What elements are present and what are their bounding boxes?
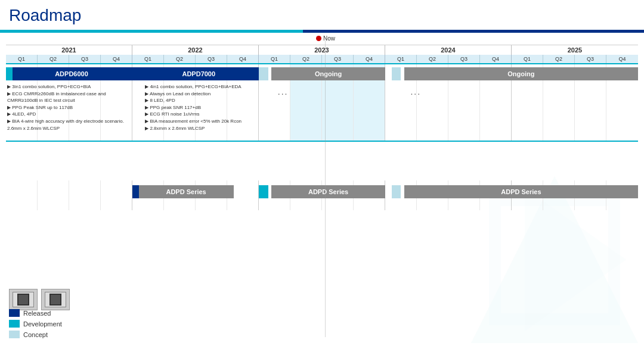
- ongoing-2023-bar: Ongoing: [271, 67, 385, 80]
- ongoing-2025-label: Ongoing: [507, 70, 534, 77]
- year-2022: 2022: [132, 45, 259, 55]
- legend-development: Development: [9, 320, 62, 328]
- legend-development-box: [9, 320, 20, 328]
- feature-item: ▶ 8 LED, 4PD: [145, 97, 271, 104]
- adpd-series2-label: ADPD Series: [308, 188, 348, 195]
- q-14: Q2: [417, 55, 448, 63]
- q-8: Q4: [227, 55, 259, 63]
- legend-development-label: Development: [23, 320, 62, 328]
- q-10: Q2: [290, 55, 322, 63]
- ongoing-2023-label: Ongoing: [315, 70, 342, 77]
- page-container: Roadmap Now 2021 2022 2023 2024 2025 Q1 …: [0, 0, 644, 349]
- dots-ongoing-2: ...: [410, 87, 421, 96]
- q-3: Q3: [69, 55, 101, 63]
- feature-item: ▶ 4LED, 4PD: [7, 111, 127, 118]
- adpd-series1-bar: ADPD Series: [139, 185, 234, 198]
- page-title: Roadmap: [9, 6, 635, 25]
- year-2023: 2023: [259, 45, 385, 55]
- adpd-series1-label: ADPD Series: [166, 188, 206, 195]
- adpd-series3-bar: ADPD Series: [404, 185, 638, 198]
- quarters-row: Q1 Q2 Q3 Q4 Q1 Q2 Q3 Q4 Q1 Q2 Q3 Q4 Q1 Q…: [6, 55, 638, 64]
- legend-concept-label: Concept: [23, 331, 48, 338]
- adpd6000-dev-indicator: [6, 67, 13, 80]
- q-7: Q3: [196, 55, 227, 63]
- legend-released-box: [9, 309, 20, 317]
- q-12: Q4: [354, 55, 385, 63]
- feature-item: ▶ PPG peak SNR 117+dB: [145, 104, 271, 111]
- now-label: Now: [323, 35, 335, 42]
- top-bar: [0, 30, 644, 33]
- year-2025: 2025: [512, 45, 638, 55]
- feature-item: ▶ BIA 4-wire high accuracy with dry elec…: [7, 118, 127, 132]
- years-row: 2021 2022 2023 2024 2025: [6, 45, 638, 55]
- q-11: Q3: [322, 55, 354, 63]
- chips-area: [9, 289, 70, 310]
- adpd7000-dev-indicator: [132, 67, 139, 80]
- feature-item: ▶ 3in1 combo solution, PPG+ECG+BIA: [7, 83, 127, 91]
- ongoing-2025-bar: Ongoing: [404, 67, 638, 80]
- chip-image-2: [41, 289, 70, 310]
- adpd-series3-label: ADPD Series: [501, 188, 541, 195]
- feature-item: ▶ ECG CMRR≥260dB in imbalanced case and …: [7, 91, 127, 104]
- q-19: Q3: [575, 55, 606, 63]
- q-2: Q2: [38, 55, 69, 63]
- q-18: Q2: [543, 55, 575, 63]
- year-2024: 2024: [385, 45, 512, 55]
- feature-item: ▶ PPG Peak SNR up to 117dB: [7, 104, 127, 111]
- adpd-series1-released: [132, 185, 139, 198]
- legend-concept-box: [9, 331, 20, 338]
- concept-indicator-2023: [259, 67, 268, 80]
- bottom-product-section: ADPD Series ADPD Series ADPD Series: [6, 180, 638, 210]
- now-row: Now: [6, 34, 638, 45]
- timeline-wrapper: Now 2021 2022 2023 2024 2025 Q1 Q2 Q3 Q4…: [0, 34, 644, 210]
- legend: Released Development Concept: [9, 309, 62, 338]
- q-17: Q1: [512, 55, 543, 63]
- q-4: Q4: [101, 55, 132, 63]
- adpd-series3-concept: [392, 185, 401, 198]
- feature-item: ▶ 4in1 combo solution, PPG+ECG+BIA+EDA: [145, 83, 271, 91]
- feature-item: ▶ ECG RTI noise 1uVrms: [145, 111, 271, 118]
- adpd6000-features: ▶ 3in1 combo solution, PPG+ECG+BIA ▶ ECG…: [7, 83, 127, 132]
- adpd6000-label: ADPD6000: [55, 70, 88, 77]
- header-area: Roadmap: [0, 0, 644, 30]
- chip-image-1: [9, 289, 38, 310]
- adpd7000-label: ADPD7000: [182, 70, 215, 77]
- legend-released: Released: [9, 309, 62, 317]
- year-2021: 2021: [6, 45, 132, 55]
- now-dot: [316, 36, 321, 41]
- svg-marker-1: [495, 200, 614, 319]
- concept-indicator-2024: [392, 67, 401, 80]
- q-1: Q1: [6, 55, 38, 63]
- now-indicator: Now: [316, 35, 335, 42]
- q-9: Q1: [259, 55, 290, 63]
- adpd-series2-dev: [259, 185, 268, 198]
- main-product-section: ADPD6000 ADPD7000 Ongoing: [6, 64, 638, 142]
- q-15: Q3: [448, 55, 480, 63]
- adpd7000-features: ▶ 4in1 combo solution, PPG+ECG+BIA+EDA ▶…: [145, 83, 271, 132]
- legend-released-label: Released: [23, 310, 51, 317]
- q-13: Q1: [385, 55, 417, 63]
- dots-ongoing-1: ...: [278, 87, 289, 96]
- adpd7000-bar: ADPD7000: [139, 67, 259, 80]
- legend-concept: Concept: [9, 331, 62, 338]
- q-6: Q2: [164, 55, 196, 63]
- feature-item: ▶ BIA measurement error <5% with 20k Rco…: [145, 118, 271, 125]
- q-5: Q1: [132, 55, 164, 63]
- adpd-series2-bar: ADPD Series: [271, 185, 385, 198]
- feature-item: ▶ Always on Lead on detection: [145, 91, 271, 98]
- feature-item: ▶ 2.8xmm x 2.6mm WLCSP: [145, 125, 271, 132]
- q-16: Q4: [480, 55, 512, 63]
- q-20: Q4: [606, 55, 638, 63]
- adpd6000-bar: ADPD6000: [6, 67, 132, 80]
